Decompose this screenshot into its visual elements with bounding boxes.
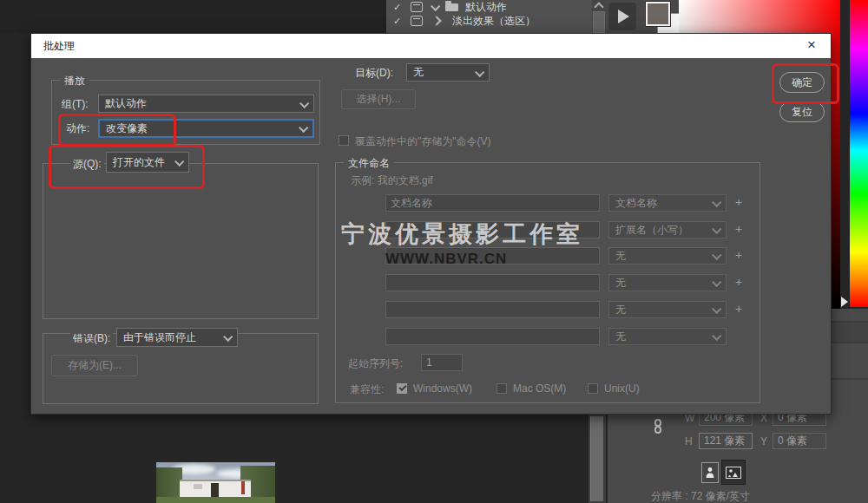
tools-segment — [606, 0, 679, 33]
chevron-down-icon — [299, 98, 309, 108]
height-field: 121 像素 — [699, 433, 753, 449]
naming-input-5 — [385, 301, 600, 318]
link-dimensions-icon[interactable] — [654, 419, 662, 436]
hue-slider[interactable] — [850, 0, 868, 307]
error-dropdown[interactable]: 由于错误而停止 — [116, 328, 238, 347]
hue-slider-marker[interactable] — [841, 297, 848, 307]
watermark-text: 宁波优景摄影工作室 — [341, 219, 583, 250]
y-label: Y — [760, 435, 767, 447]
naming-input-6 — [385, 328, 600, 345]
height-label: H — [685, 435, 693, 447]
reset-button[interactable]: 复位 — [779, 101, 825, 122]
actions-panel: ✓ 默认动作 ✓ 淡出效果（选区） — [386, 0, 606, 33]
image-icon — [726, 467, 741, 479]
chevron-down-icon — [223, 332, 233, 342]
chevron-down-icon — [712, 225, 721, 234]
plus-icon: + — [735, 302, 742, 316]
annotation-box-source — [49, 145, 205, 189]
scroll-up-icon[interactable] — [594, 2, 603, 11]
chevron-down-icon — [712, 304, 721, 314]
compatibility-label: 兼容性: — [350, 382, 384, 397]
naming-select-2: 扩展名（小写） — [608, 221, 727, 238]
naming-select-6: 无 — [608, 328, 727, 345]
naming-input-4 — [385, 274, 600, 291]
naming-select-1: 文档名称 — [608, 194, 727, 212]
plus-icon: + — [735, 275, 742, 289]
unix-label: Unix(U) — [604, 382, 640, 395]
person-icon — [705, 467, 715, 479]
actions-scrollbar[interactable] — [592, 0, 606, 33]
plus-icon: + — [735, 222, 742, 236]
serial-input — [421, 354, 463, 371]
annotation-box-action — [58, 114, 176, 147]
windows-label: Windows(W) — [413, 382, 472, 395]
override-label: 覆盖动作中的"存储为"命令(V) — [355, 134, 491, 149]
y-field: 0 像素 — [773, 433, 826, 449]
save-as-button: 存储为(E)... — [51, 355, 138, 376]
macos-label: Mac OS(M) — [513, 382, 566, 395]
action-item-label[interactable]: 淡出效果（选区） — [452, 14, 536, 29]
chevron-down-icon[interactable] — [431, 2, 440, 11]
unix-checkbox — [588, 383, 598, 394]
batch-dialog: 批处理 × 播放 组(T): 默认动作 动作: 改变像素 源(Q): 打开的文件… — [30, 33, 832, 415]
dialog-titlebar[interactable]: 批处理 × — [31, 34, 831, 58]
image-view-button[interactable] — [721, 460, 746, 485]
naming-select-3: 无 — [608, 247, 727, 265]
error-dropdown-value: 由于错误而停止 — [123, 330, 196, 345]
chevron-down-icon — [712, 278, 721, 287]
naming-select-4: 无 — [608, 274, 727, 291]
chevron-right-icon[interactable] — [431, 16, 441, 25]
macos-checkbox — [496, 383, 507, 394]
chevron-down-icon — [712, 251, 721, 260]
actions-row-set[interactable]: ✓ 默认动作 — [386, 0, 606, 14]
scrollbar-thumb[interactable] — [590, 416, 603, 501]
dialog-toggle-icon[interactable] — [411, 2, 423, 12]
serial-label: 起始序列号: — [348, 356, 403, 371]
dialog-title: 批处理 — [43, 39, 75, 54]
check-icon: ✓ — [393, 16, 404, 27]
document-thumbnail — [156, 462, 275, 503]
resolution-text: 分辨率 : 72 像素/英寸 — [651, 489, 750, 503]
naming-input-1 — [385, 194, 600, 212]
foreground-color-swatch[interactable] — [646, 2, 670, 26]
scrollbar-thumb[interactable] — [593, 11, 605, 33]
play-group-legend: 播放 — [60, 74, 89, 88]
naming-example: 示例: 我的文档.gif — [351, 173, 433, 188]
plus-icon: + — [735, 248, 742, 262]
actions-row-action[interactable]: ✓ 淡出效果（选区） — [386, 14, 606, 28]
choose-button: 选择(H)... — [341, 89, 416, 109]
chevron-down-icon — [712, 331, 721, 341]
override-checkbox — [339, 135, 349, 146]
plus-icon: + — [735, 195, 742, 209]
chevron-down-icon — [299, 123, 308, 133]
windows-checkbox — [397, 383, 407, 394]
play-button[interactable] — [608, 3, 636, 30]
folder-icon — [445, 3, 458, 11]
naming-select-5: 无 — [608, 301, 727, 318]
annotation-box-ok — [772, 63, 839, 104]
document-scrollbar[interactable] — [589, 415, 608, 503]
top-dark-area — [0, 0, 386, 33]
check-icon: ✓ — [393, 2, 404, 13]
watermark-url: WWW.NBVR.CN — [385, 251, 507, 268]
destination-label: 目标(D): — [355, 66, 393, 81]
play-icon — [618, 10, 629, 23]
dialog-toggle-icon[interactable] — [411, 16, 423, 26]
check-icon — [398, 383, 406, 391]
person-view-button[interactable] — [701, 462, 719, 483]
file-naming-legend: 文件命名 — [344, 156, 394, 171]
close-icon[interactable]: × — [803, 36, 820, 54]
destination-dropdown[interactable]: 无 — [406, 63, 490, 82]
chevron-down-icon — [712, 198, 721, 207]
error-label: 错误(B): — [70, 331, 113, 346]
set-label: 组(T): — [62, 97, 89, 112]
set-dropdown-value: 默认动作 — [105, 96, 147, 111]
destination-dropdown-value: 无 — [413, 65, 424, 80]
chevron-down-icon — [475, 67, 484, 76]
action-set-label[interactable]: 默认动作 — [465, 0, 507, 15]
set-dropdown[interactable]: 默认动作 — [98, 95, 314, 113]
